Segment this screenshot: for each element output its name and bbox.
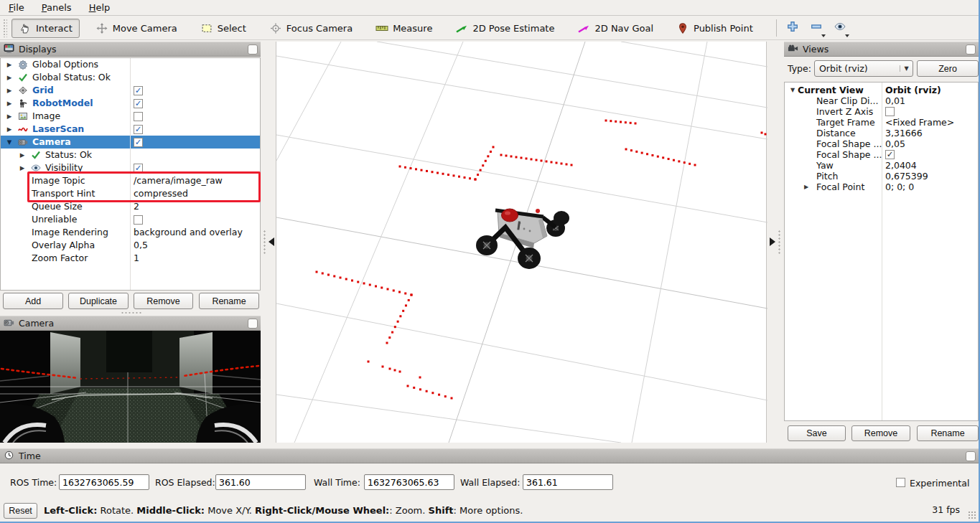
laser-scan-point: [541, 160, 543, 162]
wall-elapsed-input[interactable]: [523, 474, 613, 490]
expander-icon[interactable]: ▶: [5, 71, 14, 84]
right-panel-grip[interactable]: [778, 230, 781, 254]
tool-2d-nav-goal[interactable]: 2D Nav Goal: [570, 19, 661, 38]
property-value[interactable]: 0,675399: [885, 171, 928, 182]
property-value[interactable]: 0; 0; 0: [885, 182, 914, 192]
laser-scan-point: [388, 336, 391, 339]
tool-zoom-in[interactable]: [784, 19, 801, 37]
displays-float-button[interactable]: [248, 44, 258, 55]
collapse-right-arrow[interactable]: [770, 237, 775, 246]
tool-interact[interactable]: Interact: [11, 19, 80, 38]
expander-icon[interactable]: ▶: [5, 58, 14, 71]
menu-file[interactable]: File: [0, 0, 33, 16]
laser-scan-point: [351, 280, 353, 282]
dropdown-arrow-icon[interactable]: [821, 34, 826, 37]
zero-button[interactable]: Zero: [917, 60, 979, 77]
dropdown-arrow-icon[interactable]: [845, 34, 849, 37]
expander-icon[interactable]: ▶: [5, 97, 14, 110]
toolbar-grip[interactable]: [3, 19, 7, 37]
chevron-down-icon: ▼: [900, 65, 913, 72]
remove-view-button[interactable]: Remove: [851, 425, 910, 441]
left-panel-grip[interactable]: [263, 230, 266, 254]
camera-image[interactable]: [0, 331, 261, 443]
laserscan-checkbox[interactable]: ✓: [134, 125, 143, 134]
tool-zoom-out[interactable]: [808, 19, 825, 37]
expander-icon[interactable]: ▶: [18, 149, 27, 161]
visibility-checkbox[interactable]: ✓: [134, 164, 143, 173]
expander-icon[interactable]: ▶: [18, 161, 27, 174]
property-value[interactable]: Orbit (rviz): [885, 85, 941, 95]
property-value[interactable]: 3,31666: [885, 128, 923, 138]
rename-view-button[interactable]: Rename: [917, 425, 979, 441]
grid-checkbox[interactable]: ✓: [134, 86, 143, 95]
laser-scan-point: [646, 153, 648, 155]
camera-checkbox[interactable]: ✓: [134, 138, 143, 147]
laser-scan-point: [493, 146, 495, 149]
laser-scan-point: [340, 277, 342, 279]
resize-grip[interactable]: [968, 511, 976, 519]
property-value[interactable]: 2,0404: [885, 160, 917, 171]
tool-focus-camera[interactable]: Focus Camera: [262, 19, 360, 38]
splitter-handle[interactable]: [121, 311, 142, 314]
save-view-button[interactable]: Save: [788, 425, 846, 441]
property-value[interactable]: 0,05: [885, 138, 905, 149]
reset-button[interactable]: Reset: [4, 503, 37, 519]
expander-icon[interactable]: ▶: [5, 110, 14, 123]
unreliable-checkbox[interactable]: [134, 215, 143, 225]
laser-scan-point: [381, 287, 383, 289]
tool-visibility[interactable]: [831, 19, 849, 37]
property-value[interactable]: 0,5: [134, 239, 148, 252]
expander-icon[interactable]: ▼: [788, 85, 797, 95]
image-icon: [18, 111, 29, 122]
time-float-button[interactable]: [966, 451, 976, 461]
toolbar: InteractMove CameraSelectFocus CameraMea…: [0, 17, 979, 40]
expander-icon[interactable]: ▶: [5, 123, 14, 136]
property-value[interactable]: 0,01: [885, 95, 905, 106]
focal-shape-checkbox[interactable]: ✓: [885, 150, 895, 159]
laser-scan-point: [438, 394, 440, 396]
add-display-button[interactable]: Add: [3, 293, 63, 309]
laser-scan-point: [447, 174, 449, 176]
remove-display-button[interactable]: Remove: [134, 293, 193, 309]
tool-move-camera[interactable]: Move Camera: [88, 19, 185, 38]
laser-scan-point: [635, 123, 637, 125]
laser-scan-point: [426, 170, 428, 172]
laser-scan-point: [536, 159, 538, 161]
camera-float-button[interactable]: [248, 319, 258, 329]
property-value[interactable]: 1: [134, 252, 139, 265]
tool-select[interactable]: Select: [193, 19, 253, 38]
wall-time-input[interactable]: [364, 474, 454, 490]
laser-scan-point: [546, 161, 548, 163]
3d-viewport[interactable]: [276, 42, 767, 443]
experimental-checkbox[interactable]: [896, 478, 905, 487]
property-value[interactable]: background and overlay: [134, 226, 243, 239]
property-value[interactable]: compressed: [134, 187, 188, 200]
views-float-button[interactable]: [966, 44, 976, 55]
menu-help[interactable]: Help: [80, 0, 119, 16]
ros-time-input[interactable]: [59, 474, 149, 490]
duplicate-display-button[interactable]: Duplicate: [68, 293, 129, 309]
expander-icon[interactable]: ▶: [802, 182, 811, 192]
image-checkbox[interactable]: [134, 112, 143, 121]
laser-scan-point: [635, 151, 638, 153]
collapse-left-arrow[interactable]: [269, 237, 274, 246]
time-panel-body: ROS Time:ROS Elapsed:Wall Time:Wall Elap…: [0, 464, 979, 495]
rename-display-button[interactable]: Rename: [199, 293, 259, 309]
time-panel-title: Time: [19, 451, 41, 461]
property-value[interactable]: <Fixed Frame>: [885, 117, 954, 128]
ros-elapsed-input[interactable]: [215, 474, 306, 490]
expander-icon[interactable]: ▶: [5, 84, 14, 97]
property-value[interactable]: /camera/image_raw: [134, 174, 223, 187]
robotmodel-checkbox[interactable]: ✓: [134, 99, 143, 108]
expander-icon[interactable]: ▼: [5, 136, 14, 149]
laser-scan-point: [566, 164, 568, 166]
laser-scan-point: [451, 397, 453, 400]
tool-measure[interactable]: Measure: [368, 19, 439, 38]
view-type-select[interactable]: Orbit (rviz) ▼: [814, 60, 913, 77]
menu-panels[interactable]: Panels: [33, 0, 80, 16]
tool-publish-point[interactable]: Publish Point: [669, 19, 760, 38]
invert-z-axis-checkbox[interactable]: [885, 107, 895, 116]
grid-line: [276, 395, 621, 443]
tool-2d-pose-estimate[interactable]: 2D Pose Estimate: [448, 19, 561, 38]
property-value[interactable]: 2: [134, 200, 139, 213]
